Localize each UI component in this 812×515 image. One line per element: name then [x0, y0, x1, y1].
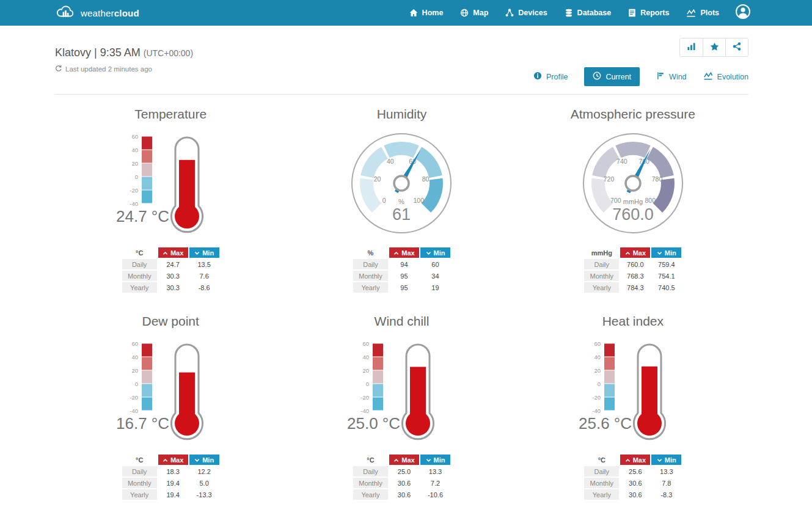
widget-humidity: Humidity020406080100%61%MaxMinDaily9460M… — [286, 95, 517, 302]
svg-text:800: 800 — [645, 197, 656, 204]
table-row: Monthly30.67.2 — [353, 478, 450, 488]
gauge-value: 760.0 — [612, 205, 654, 224]
svg-text:700: 700 — [610, 197, 621, 204]
max-value: 30.3 — [158, 282, 188, 293]
nav-menu: Home Map Devices Database Reports Plots — [409, 9, 719, 17]
thermometer-gauge-area: 6040200-20-4025.0 °C — [286, 332, 517, 448]
svg-text:20: 20 — [132, 160, 139, 167]
svg-text:-40: -40 — [130, 407, 138, 414]
widget-title: Atmospheric pressure — [518, 107, 748, 122]
row-label: Monthly — [122, 478, 157, 488]
min-header: Min — [189, 455, 219, 465]
unit-header: °C — [122, 247, 157, 258]
row-label: Yearly — [584, 489, 619, 500]
row-label: Yearly — [584, 282, 619, 293]
action-button-group — [679, 38, 748, 57]
row-label: Monthly — [122, 271, 157, 281]
max-header: Max — [620, 247, 650, 258]
gauge-value: 25.0 °C — [347, 414, 400, 433]
thermometer-gauge: 6040200-20-4025.0 °C — [325, 337, 478, 444]
last-updated: Last updated 2 minutes ago — [55, 65, 193, 73]
svg-text:60: 60 — [132, 133, 139, 140]
max-value: 30.6 — [620, 478, 650, 488]
svg-text:740: 740 — [616, 158, 627, 165]
thermometer-gauge: 6040200-20-4025.6 °C — [557, 337, 709, 444]
nav-item-label: Reports — [640, 9, 669, 17]
svg-text:40: 40 — [132, 354, 139, 360]
table-row: Daily25.613.3 — [584, 466, 681, 477]
nav-item-map[interactable]: Map — [460, 9, 488, 17]
thermometer-gauge-area: 6040200-20-4024.7 °C — [55, 125, 286, 241]
min-value: 13.3 — [651, 466, 681, 477]
minmax-table: °CMaxMinDaily25.613.3Monthly30.67.8Yearl… — [583, 453, 682, 501]
min-value: -10.6 — [420, 489, 450, 500]
user-avatar-button[interactable] — [735, 4, 751, 22]
svg-text:40: 40 — [387, 158, 394, 165]
svg-text:-40: -40 — [592, 407, 601, 414]
svg-text:-20: -20 — [361, 394, 370, 401]
row-label: Monthly — [353, 271, 388, 281]
bar-chart-button[interactable] — [680, 38, 703, 56]
svg-text:20: 20 — [363, 367, 370, 374]
share-button[interactable] — [725, 38, 748, 56]
row-label: Monthly — [584, 478, 619, 488]
table-row: Monthly30.67.8 — [584, 478, 681, 488]
table-row: Yearly19.4-13.3 — [122, 489, 219, 500]
svg-text:-20: -20 — [130, 394, 138, 401]
table-header-row: °CMaxMin — [122, 455, 219, 465]
min-header: Min — [420, 247, 450, 258]
max-header: Max — [389, 247, 419, 258]
nav-item-label: Plots — [700, 9, 719, 17]
widget-title: Humidity — [286, 107, 517, 122]
table-row: Yearly30.6-8.3 — [584, 489, 681, 500]
tab-evolution[interactable]: Evolution — [703, 67, 748, 86]
brand-logo-link[interactable]: weathercloud — [55, 4, 139, 21]
row-label: Daily — [353, 466, 388, 477]
dial-gauge: 700720740760780800mmHg760.0 — [578, 127, 688, 239]
table-header-row: mmHgMaxMin — [584, 247, 681, 258]
row-label: Daily — [122, 466, 157, 477]
row-label: Yearly — [122, 282, 157, 293]
share-icon — [733, 42, 741, 53]
max-header: Max — [158, 247, 188, 258]
widget-title: Dew point — [55, 314, 286, 329]
min-value: 13.3 — [420, 466, 450, 477]
nav-item-reports[interactable]: Reports — [628, 9, 669, 17]
tab-profile[interactable]: Profile — [533, 67, 568, 86]
min-value: 7.2 — [420, 478, 450, 488]
table-header-row: °CMaxMin — [122, 247, 219, 258]
min-value: 7.6 — [189, 271, 219, 281]
widget-title: Temperature — [55, 107, 286, 122]
svg-text:0: 0 — [382, 197, 386, 204]
tab-current[interactable]: Current — [584, 67, 640, 86]
tab-wind[interactable]: Wind — [656, 67, 686, 86]
gauge-value: 25.6 °C — [579, 414, 632, 433]
reports-icon — [628, 9, 636, 17]
max-value: 95 — [389, 271, 419, 281]
page-header: Klatovy | 9:35 AM (UTC+00:00) Last updat… — [55, 26, 748, 86]
svg-text:20: 20 — [374, 175, 381, 183]
svg-text:100: 100 — [414, 197, 425, 204]
table-row: Daily760.0759.4 — [584, 259, 681, 269]
navbar: weathercloud Home Map Devices Database R… — [0, 0, 812, 26]
nav-item-database[interactable]: Database — [565, 9, 612, 17]
svg-text:-40: -40 — [361, 407, 370, 414]
widget-dew-point: Dew point6040200-20-4016.7 °C°CMaxMinDai… — [55, 302, 286, 509]
nav-item-plots[interactable]: Plots — [686, 9, 719, 17]
unit-header: % — [353, 247, 388, 258]
svg-text:40: 40 — [594, 354, 601, 360]
tab-label: Wind — [669, 73, 686, 81]
widget-title: Heat index — [518, 314, 748, 329]
star-button[interactable] — [703, 38, 725, 56]
nav-item-home[interactable]: Home — [409, 9, 444, 17]
nav-item-devices[interactable]: Devices — [505, 9, 547, 17]
dial-gauge-area: 700720740760780800mmHg760.0 — [518, 125, 748, 241]
row-label: Yearly — [353, 282, 388, 293]
info-icon — [533, 71, 542, 82]
unit-header: °C — [122, 455, 157, 465]
star-icon — [710, 42, 719, 53]
table-row: Daily25.013.3 — [353, 466, 450, 477]
minmax-table: %MaxMinDaily9460Monthly9534Yearly9519 — [352, 246, 452, 294]
table-row: Yearly784.3740.5 — [584, 282, 681, 293]
min-value: 60 — [420, 259, 450, 269]
